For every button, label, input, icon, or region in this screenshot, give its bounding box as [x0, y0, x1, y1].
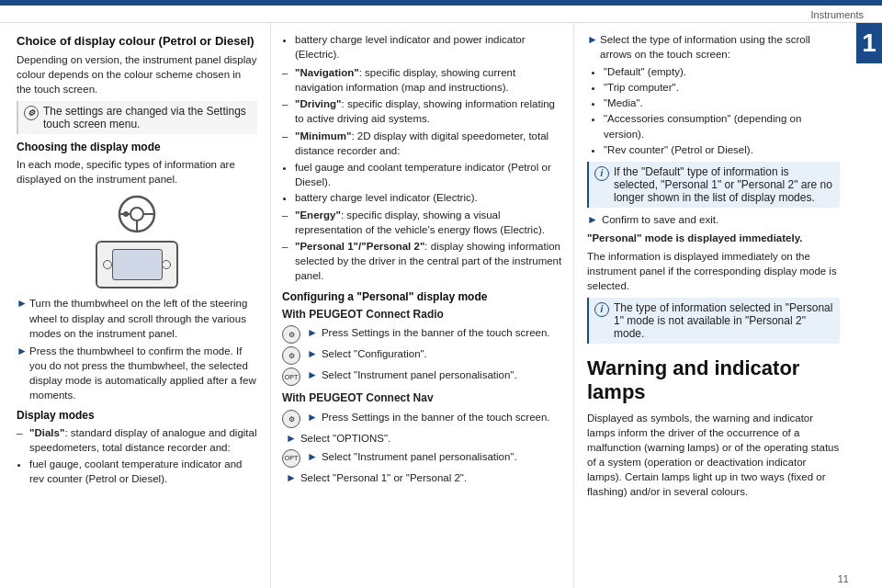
instrument-illustration — [17, 194, 257, 288]
press-item: ► Press the thumbwheel to confirm the mo… — [17, 344, 257, 402]
minimum-dash: – — [282, 129, 291, 158]
minimum-label: "Minimum" — [295, 130, 351, 141]
dials-bullets: fuel gauge, coolant temperature indicato… — [29, 457, 257, 486]
nav-step1-icon: ⚙ — [282, 410, 300, 428]
warning-body: Displayed as symbols, the warning and in… — [587, 411, 869, 500]
right-knob — [162, 260, 171, 269]
minimum-item: – "Minimum": 2D display with digital spe… — [282, 129, 562, 158]
radio-step1-arrow-item: ► Press Settings in the banner of the to… — [307, 325, 550, 341]
bullet-fuel: fuel gauge, coolant temperature indicato… — [29, 457, 257, 486]
header-title: Instruments — [811, 9, 864, 20]
warning-title: Warning and indicator lamps — [587, 356, 869, 405]
nav-step1-text: Press Settings in the banner of the touc… — [322, 410, 550, 425]
radio-step2-arrow-item: ► Select "Configuration". — [307, 346, 427, 362]
nav-step3-arrow: ► — [307, 449, 318, 465]
svg-point-1 — [130, 208, 143, 220]
nav-step4-label: Select "Personal 1" or "Personal 2". — [300, 470, 467, 486]
turn-text: Turn the thumbwheel on the left of the s… — [29, 296, 257, 340]
personal-dash: – — [282, 239, 291, 283]
dials-body: : standard display of analogue and digit… — [29, 427, 256, 453]
radio-step2-icon: ⚙ — [282, 346, 300, 365]
radio-title: With PEUGEOT Connect Radio — [282, 307, 562, 322]
dials-dash: – — [17, 425, 26, 455]
nav-step2-arrow-item: ► Select "OPTIONS". — [286, 431, 562, 447]
nav-section-title: With PEUGEOT Connect Nav — [282, 390, 562, 406]
nav-step1-arrow-item: ► Press Settings in the banner of the to… — [307, 410, 550, 425]
radio-step1: ⚙ ► Press Settings in the banner of the … — [282, 325, 562, 344]
energy-dash: – — [282, 208, 291, 237]
driving-item: – "Driving": specific display, showing i… — [282, 96, 562, 126]
nav-step1: ⚙ ► Press Settings in the banner of the … — [282, 410, 562, 428]
bullet-media: "Media". — [604, 96, 840, 110]
step2-label: Select "Configuration". — [322, 346, 427, 362]
mid-column: battery charge level indicator and power… — [271, 23, 574, 588]
step1-icon-wrap: ⚙ — [282, 325, 302, 344]
svg-point-5 — [123, 211, 129, 217]
display-modes-title: Display modes — [17, 409, 257, 422]
info-box1: i If the "Default" type of information i… — [587, 162, 840, 208]
minimum-full: "Minimum": 2D display with digital speed… — [295, 129, 562, 158]
scroll-text: Select the type of information using the… — [600, 32, 840, 62]
nav-step4-arrow-item: ► Select "Personal 1" or "Personal 2". — [286, 470, 562, 486]
driving-full: "Driving": specific display, showing inf… — [295, 96, 562, 126]
confirm-arrow: ► — [587, 212, 598, 228]
nav-step1-icon-wrap: ⚙ — [282, 410, 302, 428]
energy-label: "Energy" — [295, 209, 341, 220]
turn-arrow: ► — [17, 296, 26, 340]
personal-desc-text: The information is displayed immediately… — [587, 249, 869, 293]
radio-step2: ⚙ ► Select "Configuration". — [282, 346, 562, 365]
section1-body: Depending on version, the instrument pan… — [17, 52, 257, 96]
section2-body: In each mode, specific types of informat… — [17, 157, 257, 187]
driving-dash: – — [282, 96, 291, 126]
note-box-settings: ⚙ The settings are changed via the Setti… — [17, 101, 257, 134]
page-header: Instruments — [0, 6, 882, 23]
radio-step1-content: ► Press Settings in the banner of the to… — [307, 325, 550, 344]
content-area: Choice of display colour (Petrol or Dies… — [0, 23, 882, 588]
step3-label: Select "Instrument panel personalisation… — [322, 368, 517, 383]
nav-step2-label: Select "OPTIONS". — [300, 431, 390, 447]
nav-step3-icon: OPT — [282, 449, 300, 468]
dials-label: "Dials" — [29, 427, 64, 438]
bullet-trip: "Trip computer". — [604, 80, 840, 95]
personal-item: – "Personal 1"/"Personal 2": display sho… — [282, 239, 562, 283]
instrument-panel-icon — [96, 241, 178, 288]
nav-step3-label: Select "Instrument panel personalisation… — [322, 449, 517, 465]
battery-bullet-list: battery charge level indicator and power… — [295, 32, 562, 62]
minimum-bullets: fuel gauge and coolant temperature indic… — [295, 160, 562, 205]
page-number: 11 — [838, 573, 849, 584]
section1-title: Choice of display colour (Petrol or Dies… — [17, 34, 257, 48]
nav-item: – "Navigation": specific display, showin… — [282, 65, 562, 95]
radio-step1-icon: ⚙ — [282, 325, 300, 344]
scroll-bullets: "Default" (empty). "Trip computer". "Med… — [604, 64, 869, 157]
confirm-item: ► Confirm to save and exit. — [587, 212, 869, 228]
nav-step4-arrow: ► — [286, 470, 297, 486]
section2-title: Choosing the display mode — [17, 141, 257, 153]
left-column: Choice of display colour (Petrol or Dies… — [0, 23, 271, 588]
scroll-arrow: ► — [587, 32, 596, 62]
settings-icon: ⚙ — [24, 106, 39, 120]
nav-dash: – — [282, 65, 291, 95]
personal-label: "Personal 1"/"Personal 2" — [295, 241, 424, 252]
personal-full: "Personal 1"/"Personal 2": display showi… — [295, 239, 562, 283]
bullet-battery: battery charge level indicator and power… — [295, 32, 562, 62]
confirm-text: Confirm to save and exit. — [602, 212, 718, 228]
driving-label: "Driving" — [295, 98, 342, 109]
step3-icon-wrap: OPT — [282, 368, 302, 386]
steering-wheel-icon — [117, 194, 157, 237]
personal-mode-bold: "Personal" mode is displayed immediately… — [587, 232, 802, 243]
personal-bold-text: "Personal" mode is displayed immediately… — [587, 231, 869, 245]
info-box1-text: If the "Default" type of information is … — [614, 165, 834, 204]
bullet-accessories: "Accessories consumption" (depending on … — [604, 111, 840, 141]
dials-text: "Dials": standard display of analogue an… — [29, 425, 257, 455]
nav-full: "Navigation": specific display, showing … — [295, 65, 562, 95]
chapter-number: 1 — [856, 23, 882, 63]
nav-step2-arrow: ► — [286, 431, 297, 447]
dials-item: – "Dials": standard display of analogue … — [17, 425, 257, 455]
step3-arrow: ► — [307, 368, 318, 383]
turn-item: ► Turn the thumbwheel on the left of the… — [17, 296, 257, 340]
info-icon2: i — [594, 302, 609, 317]
step2-icon-wrap: ⚙ — [282, 346, 302, 365]
info-box2: i The type of information selected in "P… — [587, 298, 840, 344]
radio-step3: OPT ► Select "Instrument panel personali… — [282, 368, 562, 386]
nav-step3-arrow-item: ► Select "Instrument panel personalisati… — [307, 449, 517, 465]
